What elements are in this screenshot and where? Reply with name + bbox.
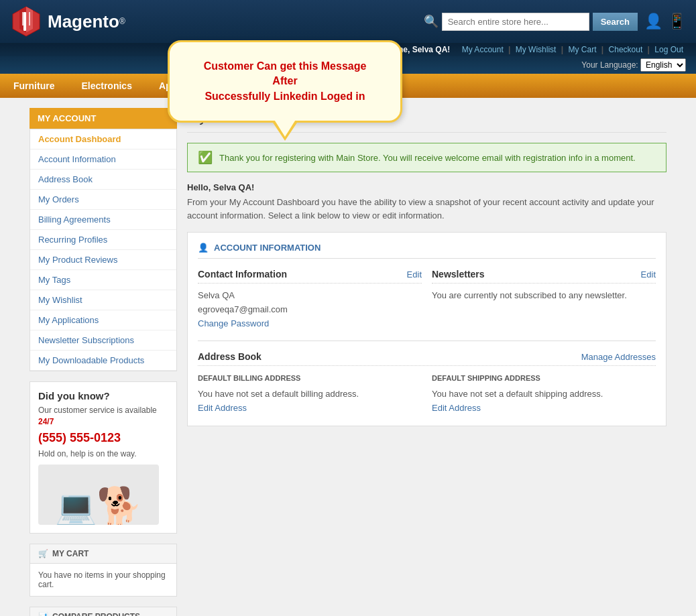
did-you-know-box: Did you know? Our customer service is av… xyxy=(30,381,177,534)
account-info-header: 👤 ACCOUNT INFORMATION xyxy=(198,243,656,259)
billing-address-column: DEFAULT BILLING ADDRESS You have not set… xyxy=(198,374,422,416)
search-button[interactable]: Search xyxy=(593,13,638,31)
compare-products-header: 📊 COMPARE PRODUCTS xyxy=(30,607,176,616)
success-message: ✅ Thank you for registering with Main St… xyxy=(187,143,666,172)
contact-info-section-title: Contact Information Edit xyxy=(198,269,422,284)
sidebar-item-my-tags[interactable]: My Tags xyxy=(30,270,176,290)
my-wishlist-link[interactable]: My Wishlist xyxy=(516,45,557,54)
sidebar: MY ACCOUNT Account Dashboard Account Inf… xyxy=(30,108,177,616)
contact-edit-link[interactable]: Edit xyxy=(407,269,422,280)
my-cart-link[interactable]: My Cart xyxy=(569,45,597,54)
dog-image-area: 💻🐕 xyxy=(38,465,168,525)
manage-addresses-link[interactable]: Manage Addresses xyxy=(581,352,656,362)
sidebar-item-account-information[interactable]: Account Information xyxy=(30,149,176,170)
availability-highlight: 24/7 xyxy=(38,417,54,426)
svg-rect-3 xyxy=(23,12,26,31)
newsletters-heading: Newsletters xyxy=(432,269,485,280)
dashboard-intro: Hello, Selva QA! From your My Account Da… xyxy=(187,182,666,222)
sidebar-item-address-book[interactable]: Address Book xyxy=(30,170,176,190)
billing-edit-address-link[interactable]: Edit Address xyxy=(198,403,247,413)
search-input[interactable] xyxy=(442,13,589,31)
sidebar-item-my-wishlist[interactable]: My Wishlist xyxy=(30,290,176,310)
sub-text: Hold on, help is on the way. xyxy=(38,448,168,460)
shipping-edit-address-link[interactable]: Edit Address xyxy=(432,403,481,413)
svg-rect-5 xyxy=(29,12,30,25)
sidebar-item-billing-agreements[interactable]: Billing Agreements xyxy=(30,210,176,230)
logo-area: Magento® xyxy=(10,5,125,38)
phone-number: (555) 555-0123 xyxy=(38,431,168,445)
callout-overlay: Customer Can get this Message After Succ… xyxy=(168,40,402,123)
success-text: Thank you for registering with Main Stor… xyxy=(219,153,636,163)
logo-text: Magento xyxy=(48,11,119,32)
shipping-address-text: You have not set a default shipping addr… xyxy=(432,387,656,416)
laptop-icon: 💻 xyxy=(55,489,97,525)
sidebar-item-recurring-profiles[interactable]: Recurring Profiles xyxy=(30,230,176,250)
sidebar-item-my-applications[interactable]: My Applications xyxy=(30,310,176,330)
main-content: My Dashboard ✅ Thank you for registering… xyxy=(187,108,666,616)
dog-icon: 🐕 xyxy=(97,485,143,525)
billing-address-text: You have not set a default billing addre… xyxy=(198,387,422,416)
my-cart-label: MY CART xyxy=(52,549,89,558)
language-select[interactable]: English xyxy=(640,58,686,72)
checkout-link[interactable]: Checkout xyxy=(609,45,643,54)
compare-label: COMPARE PRODUCTS xyxy=(52,612,140,616)
did-you-know-title: Did you know? xyxy=(38,390,168,402)
header-top: Magento® 🔍 Search 👤 📱 xyxy=(0,0,696,43)
compare-products-box: 📊 COMPARE PRODUCTS You have no items to … xyxy=(30,607,177,616)
shipping-address-label: DEFAULT SHIPPING ADDRESS xyxy=(432,374,656,382)
svg-rect-4 xyxy=(22,12,23,25)
hello-text: Hello, Selva QA! xyxy=(187,182,666,192)
shipping-no-address: You have not set a default shipping addr… xyxy=(432,387,656,402)
address-book-section: Address Book Manage Addresses DEFAULT BI… xyxy=(198,341,656,416)
account-info-box: 👤 ACCOUNT INFORMATION Contact Informatio… xyxy=(187,232,666,426)
search-icon: 🔍 xyxy=(424,14,439,29)
sidebar-item-account-dashboard[interactable]: Account Dashboard xyxy=(30,129,176,149)
logout-link[interactable]: Log Out xyxy=(654,45,683,54)
contact-name: Selva QA xyxy=(198,289,422,303)
my-cart-text: You have no items in your shopping cart. xyxy=(38,570,166,589)
my-cart-body: You have no items in your shopping cart. xyxy=(30,564,176,596)
address-grid: DEFAULT BILLING ADDRESS You have not set… xyxy=(198,374,656,416)
address-book-header: Address Book Manage Addresses xyxy=(198,351,656,366)
account-grid: Contact Information Edit Selva QA egrove… xyxy=(198,269,656,330)
billing-address-label: DEFAULT BILLING ADDRESS xyxy=(198,374,422,382)
nav-furniture[interactable]: Furniture xyxy=(0,74,68,98)
newsletters-text: You are currently not subscribed to any … xyxy=(432,289,656,303)
cart-icon: 🛒 xyxy=(38,549,48,558)
my-account-link[interactable]: My Account xyxy=(462,45,504,54)
newsletters-column: Newsletters Edit You are currently not s… xyxy=(432,269,656,330)
user-icon: 👤 xyxy=(198,243,209,253)
contact-email: egroveqa7@gmail.com xyxy=(198,303,422,317)
newsletters-section-title: Newsletters Edit xyxy=(432,269,656,284)
intro-paragraph: From your My Account Dashboard you have … xyxy=(187,196,666,222)
mobile-icon: 📱 xyxy=(668,13,686,30)
sidebar-item-my-orders[interactable]: My Orders xyxy=(30,190,176,210)
lang-label: Your Language: xyxy=(581,60,638,70)
account-info-title: ACCOUNT INFORMATION xyxy=(214,243,321,253)
callout-text: Customer Can get this Message After Succ… xyxy=(193,59,377,104)
logo-icon xyxy=(10,5,42,38)
logo-reg: ® xyxy=(119,16,125,25)
my-cart-header: 🛒 MY CART xyxy=(30,544,176,564)
sidebar-item-downloadable-products[interactable]: My Downloadable Products xyxy=(30,351,176,371)
sidebar-item-product-reviews[interactable]: My Product Reviews xyxy=(30,250,176,270)
contact-info-heading: Contact Information xyxy=(198,269,287,280)
newsletters-status: You are currently not subscribed to any … xyxy=(432,290,627,300)
billing-no-address: You have not set a default billing addre… xyxy=(198,387,422,402)
contact-info-column: Contact Information Edit Selva QA egrove… xyxy=(198,269,422,330)
search-area: 🔍 Search xyxy=(424,13,638,31)
my-cart-box: 🛒 MY CART You have no items in your shop… xyxy=(30,544,177,597)
logo-text-wrap: Magento® xyxy=(48,11,125,32)
sidebar-item-newsletter-subscriptions[interactable]: Newsletter Subscriptions xyxy=(30,330,176,351)
page-wrap: MY ACCOUNT Account Dashboard Account Inf… xyxy=(19,98,677,616)
contact-info-text: Selva QA egroveqa7@gmail.com Change Pass… xyxy=(198,289,422,330)
callout-bubble: Customer Can get this Message After Succ… xyxy=(168,40,402,123)
my-account-header: MY ACCOUNT xyxy=(30,108,177,129)
dog-image: 💻🐕 xyxy=(38,465,159,525)
success-icon: ✅ xyxy=(198,150,213,165)
account-nav: Account Dashboard Account Information Ad… xyxy=(30,129,177,371)
shipping-address-column: DEFAULT SHIPPING ADDRESS You have not se… xyxy=(432,374,656,416)
nav-electronics[interactable]: Electronics xyxy=(68,74,145,98)
newsletters-edit-link[interactable]: Edit xyxy=(641,269,656,280)
change-password-link[interactable]: Change Password xyxy=(198,318,269,328)
